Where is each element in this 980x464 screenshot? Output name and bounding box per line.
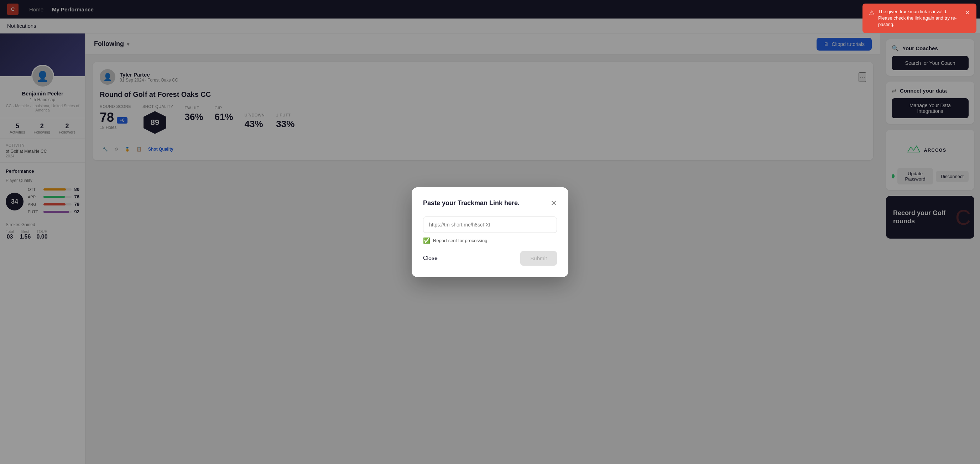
modal-title: Paste your Trackman Link here. [423,199,520,207]
modal-header: Paste your Trackman Link here. ✕ [423,199,557,208]
success-check-icon: ✅ [423,237,430,244]
trackman-link-input[interactable] [423,216,557,233]
toast-warning-icon: ⚠ [869,8,875,17]
modal-submit-button[interactable]: Submit [520,251,557,265]
modal-close-button[interactable]: Close [423,255,438,261]
error-toast: ⚠ The given trackman link is invalid. Pl… [862,3,977,33]
toast-close-button[interactable]: ✕ [965,8,970,17]
modal-success-message: ✅ Report sent for processing [423,237,557,244]
modal-footer: Close Submit [423,251,557,265]
modal-success-text: Report sent for processing [433,238,487,243]
modal-overlay[interactable]: Paste your Trackman Link here. ✕ ✅ Repor… [0,0,980,464]
toast-message: The given trackman link is invalid. Plea… [878,8,961,28]
modal-close-x-button[interactable]: ✕ [550,199,557,208]
trackman-modal: Paste your Trackman Link here. ✕ ✅ Repor… [412,187,568,277]
